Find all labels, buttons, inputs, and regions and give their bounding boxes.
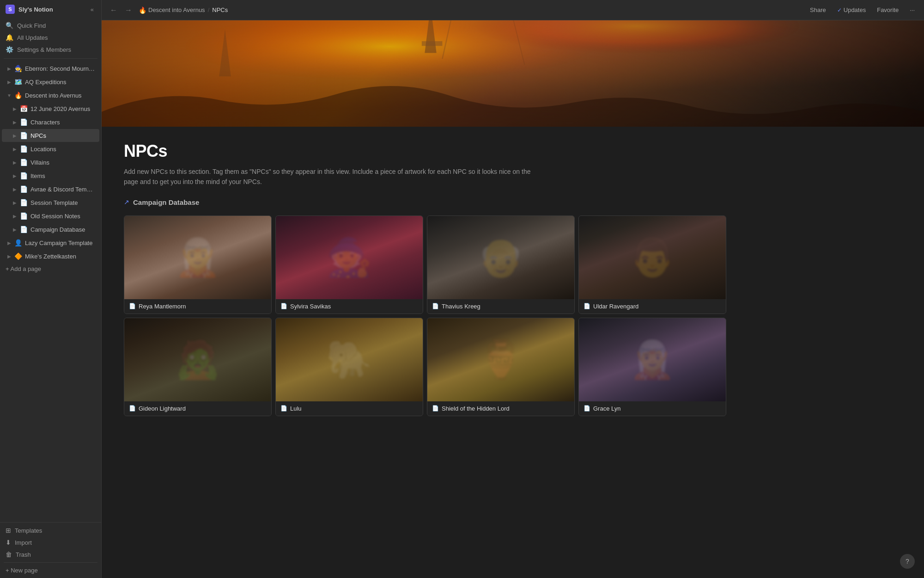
sidebar-bottom: ⊞ Templates ⬇ Import 🗑 Trash + New page	[0, 522, 101, 578]
breadcrumb-parent-item[interactable]: 🔥 Descent into Avernus	[139, 6, 205, 14]
expand-arrow-avrae: ▶	[11, 185, 18, 193]
trash-label: Trash	[16, 551, 31, 558]
descent-breadcrumb-icon: 🔥	[139, 6, 146, 14]
templates-icon: ⊞	[6, 527, 11, 534]
gallery-card-sylvira[interactable]: 🧙📄Sylvira Savikas	[275, 215, 423, 314]
new-page-label: + New page	[6, 567, 38, 574]
old-session-icon: 📄	[19, 212, 28, 220]
sidebar-item-eberron[interactable]: ▶ 🧙 Eberron: Second Mourning	[2, 62, 99, 75]
gallery-card-uldar[interactable]: 👨📄Uldar Ravengard	[578, 215, 726, 314]
trash-button[interactable]: 🗑 Trash	[0, 548, 101, 560]
breadcrumb-separator: /	[208, 6, 210, 13]
sidebar-item-locations[interactable]: ▶ 📄 Locations	[2, 142, 99, 155]
add-page-label: + Add a page	[6, 265, 41, 272]
sidebar-item-aq[interactable]: ▶ 🗺️ AQ Expeditions	[2, 75, 99, 88]
expand-arrow-items: ▶	[11, 172, 18, 179]
card-footer-gideon: 📄Gideon Lightward	[124, 401, 271, 416]
templates-button[interactable]: ⊞ Templates	[0, 524, 101, 536]
gallery-card-shield[interactable]: 🏺📄Shield of the Hidden Lord	[427, 318, 575, 416]
portrait-face-shield: 🏺	[427, 318, 574, 401]
trash-icon: 🗑	[6, 551, 12, 558]
section-heading: ↗ Campaign Database	[124, 198, 726, 206]
portrait-thavius: 👴	[427, 216, 574, 299]
section-link-icon: ↗	[124, 198, 129, 206]
workspace-name-area: S Sly's Notion	[6, 5, 53, 14]
portrait-gideon: 🧟	[124, 318, 271, 401]
portrait-lulu: 🐘	[276, 318, 423, 401]
june2020-label: 12 June 2020 Avernus	[30, 105, 96, 112]
sidebar-item-villains[interactable]: ▶ 📄 Villains ··· +	[2, 156, 99, 169]
sidebar-item-session-template[interactable]: ▶ 📄 Session Template	[2, 196, 99, 209]
card-title-lulu: Lulu	[290, 405, 302, 412]
sidebar-item-lazy-campaign[interactable]: ▶ 👤 Lazy Campaign Template	[2, 236, 99, 249]
new-page-button[interactable]: + New page	[0, 565, 101, 576]
updates-button[interactable]: ✓ Updates	[833, 5, 869, 15]
sidebar-item-characters[interactable]: ▶ 📄 Characters	[2, 116, 99, 129]
sidebar-item-quick-find[interactable]: 🔍 Quick Find	[0, 19, 101, 31]
workspace-header[interactable]: S Sly's Notion «	[0, 0, 101, 18]
page-description: Add new NPCs to this section. Tag them a…	[124, 166, 540, 187]
sidebar-item-npcs[interactable]: ▶ 📄 NPCs	[2, 129, 99, 142]
villains-icon: 📄	[19, 158, 28, 166]
forward-button[interactable]: →	[122, 4, 135, 16]
sidebar-item-descent[interactable]: ▼ 🔥 Descent into Avernus	[2, 89, 99, 102]
nav-section: ▶ 🧙 Eberron: Second Mourning ▶ 🗺️ AQ Exp…	[0, 61, 101, 276]
sidebar-item-june2020[interactable]: ▶ 📅 12 June 2020 Avernus	[2, 102, 99, 115]
card-doc-icon-lulu: 📄	[280, 405, 287, 412]
topbar-actions: Share ✓ Updates Favorite ···	[806, 5, 918, 15]
campaign-db-label: Campaign Database	[30, 226, 96, 233]
gallery-card-thavius[interactable]: 👴📄Thavius Kreeg	[427, 215, 575, 314]
villains-label: Villains	[30, 159, 96, 166]
expand-arrow-locations: ▶	[11, 145, 18, 153]
sidebar-item-all-updates[interactable]: 🔔 All Updates	[0, 31, 101, 43]
bell-icon: 🔔	[6, 34, 13, 41]
favorite-button[interactable]: Favorite	[873, 5, 902, 15]
items-icon: 📄	[19, 172, 28, 180]
gallery-card-gideon[interactable]: 🧟📄Gideon Lightward	[124, 318, 272, 416]
expand-arrow-mikes: ▶	[6, 252, 13, 260]
sidebar-item-settings[interactable]: ⚙️ Settings & Members	[0, 43, 101, 55]
gallery-card-grace[interactable]: 🧝📄Grace Lyn	[578, 318, 726, 416]
search-icon: 🔍	[6, 22, 13, 29]
quick-actions-section: 🔍 Quick Find 🔔 All Updates ⚙️ Settings &…	[0, 18, 101, 56]
expand-arrow-campaign-db: ▶	[11, 226, 18, 233]
help-button[interactable]: ?	[900, 554, 915, 569]
topbar: ← → 🔥 Descent into Avernus / NPCs Share …	[102, 0, 924, 20]
old-session-label: Old Session Notes	[30, 213, 96, 220]
favorite-label: Favorite	[877, 6, 899, 13]
sidebar-item-mikes[interactable]: ▶ 🔶 Mike's Zettelkasten	[2, 250, 99, 263]
sidebar: S Sly's Notion « 🔍 Quick Find 🔔 All Upda…	[0, 0, 102, 578]
expand-arrow-npcs: ▶	[11, 132, 18, 139]
portrait-face-uldar: 👨	[579, 216, 726, 299]
gallery-card-reya[interactable]: 🧝📄Reya Mantlemorn	[124, 215, 272, 314]
descent-icon: 🔥	[14, 91, 22, 99]
add-page-button[interactable]: + Add a page	[0, 263, 101, 275]
campaign-db-icon: 📄	[19, 225, 28, 234]
card-doc-icon-uldar: 📄	[584, 303, 590, 309]
card-doc-icon-grace: 📄	[584, 405, 590, 412]
back-button[interactable]: ←	[107, 4, 120, 16]
sidebar-item-old-session[interactable]: ▶ 📄 Old Session Notes	[2, 209, 99, 222]
breadcrumb-parent-label: Descent into Avernus	[148, 6, 205, 13]
collapse-sidebar-button[interactable]: «	[89, 5, 96, 14]
portrait-grace: 🧝	[579, 318, 726, 401]
quick-find-label: Quick Find	[17, 22, 46, 29]
lazy-icon: 👤	[14, 239, 22, 247]
portrait-shield: 🏺	[427, 318, 574, 401]
settings-icon: ⚙️	[6, 46, 13, 53]
card-footer-uldar: 📄Uldar Ravengard	[579, 299, 726, 314]
section-heading-label[interactable]: Campaign Database	[133, 198, 199, 206]
help-label: ?	[906, 558, 909, 565]
portrait-reya: 🧝	[124, 216, 271, 299]
sidebar-item-avrae[interactable]: ▶ 📄 Avrae & Discord Templates	[2, 183, 99, 196]
card-title-thavius: Thavius Kreeg	[442, 303, 480, 310]
more-options-button[interactable]: ···	[906, 5, 918, 15]
workspace-icon: S	[6, 5, 15, 14]
sidebar-item-campaign-db[interactable]: ▶ 📄 Campaign Database	[2, 223, 99, 236]
gallery-card-lulu[interactable]: 🐘📄Lulu	[275, 318, 423, 416]
sidebar-item-items[interactable]: ▶ 📄 Items	[2, 169, 99, 182]
import-button[interactable]: ⬇ Import	[0, 536, 101, 548]
share-button[interactable]: Share	[806, 5, 830, 15]
portrait-uldar: 👨	[579, 216, 726, 299]
items-label: Items	[30, 172, 96, 179]
